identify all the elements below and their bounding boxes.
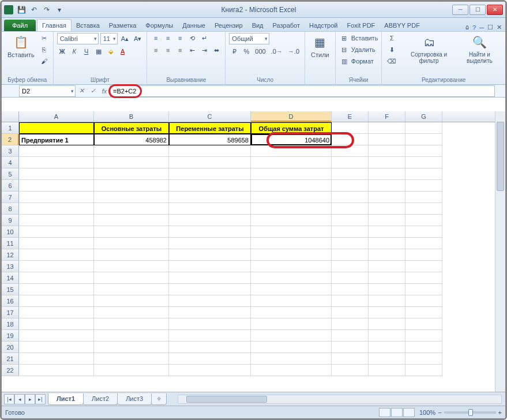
maximize-button[interactable]: ☐: [470, 5, 486, 15]
fx-icon[interactable]: fx: [99, 85, 110, 97]
cell[interactable]: [369, 365, 405, 376]
cell[interactable]: [251, 249, 332, 261]
cell[interactable]: [369, 238, 405, 249]
cell[interactable]: [332, 215, 369, 226]
cell[interactable]: [332, 330, 369, 342]
cell[interactable]: [94, 203, 169, 215]
cell[interactable]: [405, 272, 442, 284]
fill-color-button[interactable]: ⬙: [106, 46, 116, 57]
cell[interactable]: Предприятие 1: [19, 134, 94, 145]
file-tab[interactable]: Файл: [4, 20, 36, 31]
cell[interactable]: [19, 342, 94, 353]
cell[interactable]: [332, 203, 369, 215]
row-19[interactable]: 19: [2, 330, 19, 342]
merge-button[interactable]: ⬌: [211, 45, 221, 55]
cell[interactable]: [405, 238, 442, 249]
select-all-corner[interactable]: [2, 111, 19, 122]
tab-data[interactable]: Данные: [178, 20, 210, 31]
cell[interactable]: [332, 261, 369, 272]
row-12[interactable]: 12: [2, 249, 19, 261]
cell[interactable]: [169, 272, 251, 284]
cell[interactable]: [405, 318, 442, 330]
cell[interactable]: [94, 157, 169, 168]
cell[interactable]: [19, 157, 94, 168]
row-15[interactable]: 15: [2, 284, 19, 295]
cell[interactable]: [369, 318, 405, 330]
vertical-scrollbar[interactable]: [495, 111, 505, 392]
cell[interactable]: [169, 249, 251, 261]
cell[interactable]: [405, 295, 442, 307]
tab-foxit[interactable]: Foxit PDF: [342, 20, 380, 31]
align-right-button[interactable]: ≡: [175, 45, 185, 55]
new-sheet-button[interactable]: ✧: [151, 393, 167, 405]
cell[interactable]: [369, 295, 405, 307]
col-A[interactable]: A: [19, 111, 94, 122]
cell[interactable]: [405, 226, 442, 238]
cell[interactable]: [369, 168, 405, 180]
cell[interactable]: [405, 249, 442, 261]
cell[interactable]: [94, 284, 169, 295]
row-6[interactable]: 6: [2, 180, 19, 192]
row-8[interactable]: 8: [2, 203, 19, 215]
cell[interactable]: [19, 318, 94, 330]
cell[interactable]: [332, 365, 369, 376]
cell[interactable]: [19, 330, 94, 342]
cell[interactable]: [169, 284, 251, 295]
cell[interactable]: [19, 238, 94, 249]
cell[interactable]: 458982: [94, 134, 169, 145]
row-9[interactable]: 9: [2, 215, 19, 226]
align-middle-button[interactable]: ≡: [163, 33, 173, 43]
cell[interactable]: [251, 365, 332, 376]
cell[interactable]: [405, 365, 442, 376]
cell[interactable]: [332, 249, 369, 261]
autosum-button[interactable]: Σ: [385, 33, 398, 43]
cell[interactable]: Общая сумма затрат: [251, 122, 332, 134]
row-10[interactable]: 10: [2, 226, 19, 238]
decrease-indent-button[interactable]: ⇤: [187, 45, 197, 55]
cell[interactable]: [94, 318, 169, 330]
cell[interactable]: [332, 122, 369, 134]
cell[interactable]: [369, 353, 405, 365]
tab-last-button[interactable]: ▸|: [35, 394, 46, 404]
cell[interactable]: [405, 342, 442, 353]
increase-indent-button[interactable]: ⇥: [199, 45, 209, 55]
currency-button[interactable]: ₽: [229, 46, 239, 57]
cell[interactable]: [251, 272, 332, 284]
cell[interactable]: [169, 307, 251, 318]
zoom-thumb[interactable]: [468, 409, 473, 416]
cell[interactable]: [19, 215, 94, 226]
cell[interactable]: [169, 145, 251, 157]
font-color-button[interactable]: A: [118, 46, 128, 57]
cell[interactable]: 589658: [169, 134, 251, 145]
cell[interactable]: [19, 203, 94, 215]
find-select-button[interactable]: 🔍 Найти и выделить: [457, 33, 502, 65]
cell[interactable]: [19, 145, 94, 157]
col-E[interactable]: E: [332, 111, 369, 122]
cell[interactable]: [369, 261, 405, 272]
cell[interactable]: [405, 203, 442, 215]
view-normal-button[interactable]: [379, 408, 390, 417]
cell[interactable]: [169, 330, 251, 342]
cell[interactable]: [169, 353, 251, 365]
cell[interactable]: [94, 192, 169, 203]
row-5[interactable]: 5: [2, 168, 19, 180]
border-button[interactable]: ▦: [93, 46, 104, 57]
fill-button[interactable]: ⬇: [385, 44, 398, 55]
paste-button[interactable]: 📋 Вставить: [5, 33, 37, 59]
cell[interactable]: [94, 295, 169, 307]
view-layout-button[interactable]: [391, 408, 403, 417]
cell[interactable]: [19, 272, 94, 284]
cell[interactable]: [251, 307, 332, 318]
cell[interactable]: [405, 180, 442, 192]
cell[interactable]: [251, 168, 332, 180]
help-icon[interactable]: ?: [472, 24, 476, 31]
cell[interactable]: [169, 365, 251, 376]
tab-formulas[interactable]: Формулы: [141, 20, 178, 31]
tab-first-button[interactable]: |◂: [4, 394, 14, 404]
row-2[interactable]: 2: [2, 134, 19, 145]
row-16[interactable]: 16: [2, 295, 19, 307]
cell[interactable]: [19, 192, 94, 203]
zoom-level[interactable]: 100%: [419, 409, 435, 416]
cell[interactable]: [19, 226, 94, 238]
cell[interactable]: [405, 284, 442, 295]
